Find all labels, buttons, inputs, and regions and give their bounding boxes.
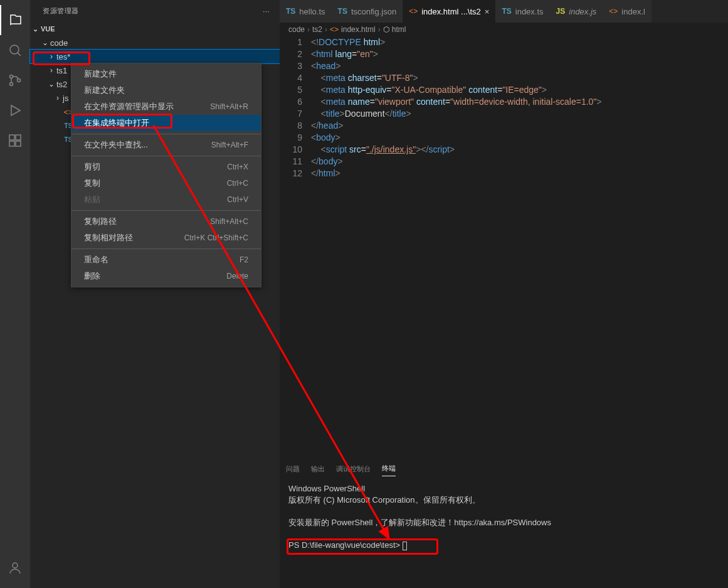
menu-item-label: 复制相对路径 (84, 232, 133, 243)
menu-item[interactable]: 复制路径Shift+Alt+C (71, 213, 261, 230)
menu-item-label: 粘贴 (84, 194, 100, 205)
svg-line-1 (18, 53, 21, 56)
editor-tab[interactable]: TShello.ts (280, 0, 332, 23)
breadcrumb-item[interactable]: <>index.html (330, 25, 376, 34)
terminal-line: 安装最新的 PowerShell，了解新功能和改进！https://aka.ms… (288, 517, 719, 528)
menu-item[interactable]: 复制相对路径Ctrl+K Ctrl+Shift+C (71, 230, 261, 246)
editor-tab[interactable]: JSindex.js (550, 0, 603, 23)
menu-item-label: 在集成终端中打开 (84, 117, 149, 129)
tab-label: index.html ...\ts2 (421, 7, 481, 16)
tab-label: index.l (621, 7, 645, 16)
editor-tab[interactable]: TStsconfig.json (332, 0, 403, 23)
extensions-icon[interactable] (0, 126, 30, 156)
menu-item-label: 新建文件夹 (84, 85, 125, 96)
tree-item[interactable]: ›tes* (30, 50, 280, 63)
project-header[interactable]: ⌄ VUE (30, 22, 280, 36)
menu-item[interactable]: 在集成终端中打开 (71, 115, 261, 131)
terminal-line: PS D:\file-wang\vue\code\test> (288, 540, 719, 551)
editor-tab[interactable]: <>index.html ...\ts2× (403, 0, 495, 23)
menu-separator (71, 249, 261, 249)
close-icon[interactable]: × (485, 7, 490, 16)
tree-item-label: ts2 (56, 80, 67, 89)
html-file-icon: <> (609, 7, 618, 16)
terminal-panel: 问题输出调试控制台终端 Windows PowerShell版权所有 (C) M… (280, 459, 728, 588)
terminal-content[interactable]: Windows PowerShell版权所有 (C) Microsoft Cor… (280, 478, 728, 556)
svg-point-4 (18, 79, 21, 82)
panel-tab[interactable]: 终端 (382, 461, 396, 476)
terminal-line (288, 528, 719, 540)
project-name: VUE (41, 25, 55, 33)
source-control-icon[interactable] (0, 65, 30, 95)
menu-item-label: 在文件夹中查找... (84, 139, 148, 151)
svg-rect-6 (9, 135, 14, 140)
svg-rect-9 (16, 141, 21, 146)
breadcrumbs[interactable]: code›ts2›<>index.html›⬡html (280, 23, 728, 36)
tree-item-label: js (63, 94, 68, 103)
menu-item-label: 重命名 (84, 254, 108, 265)
panel-tab[interactable]: 调试控制台 (336, 462, 371, 476)
terminal-line (288, 506, 719, 517)
svg-marker-5 (11, 105, 20, 115)
tree-item-label: code (50, 38, 68, 48)
panel-tabs: 问题输出调试控制台终端 (280, 459, 728, 478)
svg-point-0 (10, 45, 19, 54)
code-content[interactable]: <!DOCTYPE html><html lang="en"><head> <m… (311, 36, 602, 179)
chevron-down-icon: ⌄ (33, 25, 38, 33)
breadcrumb-item[interactable]: ts2 (312, 25, 322, 34)
svg-point-3 (10, 83, 13, 86)
search-icon[interactable] (0, 35, 30, 65)
menu-shortcut: Shift+Alt+C (210, 217, 248, 226)
menu-item-label: 复制 (84, 178, 100, 189)
menu-shortcut: Shift+Alt+F (211, 141, 248, 149)
panel-tab[interactable]: 输出 (311, 462, 325, 476)
menu-shortcut: Ctrl+C (227, 179, 248, 188)
menu-item[interactable]: 新建文件夹 (71, 82, 261, 99)
ts-file-icon: TS (502, 7, 511, 16)
menu-separator (71, 156, 261, 156)
tab-label: index.ts (515, 7, 544, 16)
panel-tab[interactable]: 问题 (286, 462, 300, 476)
menu-item-label: 复制路径 (84, 216, 117, 227)
chevron-icon: ⌄ (40, 38, 50, 47)
menu-item[interactable]: 新建文件 (71, 66, 261, 82)
editor-area: TShello.tsTStsconfig.json<>index.html ..… (280, 0, 728, 588)
editor-tab[interactable]: <>index.l (603, 0, 652, 23)
explorer-icon[interactable] (0, 5, 30, 35)
menu-item[interactable]: 剪切Ctrl+X (71, 159, 261, 175)
js-file-icon: JS (556, 7, 566, 16)
menu-item-label: 删除 (84, 270, 100, 282)
menu-shortcut: Ctrl+K Ctrl+Shift+C (184, 233, 248, 242)
sidebar-header: 资源管理器 ··· (30, 0, 280, 22)
svg-rect-7 (16, 135, 21, 140)
menu-item[interactable]: 复制Ctrl+C (71, 175, 261, 191)
code-editor[interactable]: 123456789101112 <!DOCTYPE html><html lan… (280, 36, 728, 179)
element-icon: ⬡ (383, 25, 389, 34)
chevron-icon: › (53, 94, 63, 102)
breadcrumb-item[interactable]: code (288, 25, 305, 34)
menu-separator (71, 210, 261, 211)
breadcrumb-item[interactable]: ⬡html (383, 25, 406, 34)
menu-item-label: 新建文件 (84, 68, 117, 80)
menu-shortcut: Ctrl+X (227, 163, 248, 171)
tree-item[interactable]: ⌄code (30, 36, 280, 50)
tree-item-label: tes* (56, 52, 70, 61)
svg-point-10 (13, 563, 18, 568)
context-menu: 新建文件新建文件夹在文件资源管理器中显示Shift+Alt+R在集成终端中打开在… (71, 63, 261, 287)
breadcrumb-separator: › (307, 25, 310, 34)
menu-item[interactable]: 在文件夹中查找...Shift+Alt+F (71, 137, 261, 153)
tab-label: tsconfig.json (351, 7, 396, 16)
menu-shortcut: Delete (226, 272, 248, 281)
terminal-line: Windows PowerShell (288, 483, 719, 494)
editor-tab[interactable]: TSindex.ts (495, 0, 549, 23)
menu-item[interactable]: 重命名F2 (71, 252, 261, 268)
debug-icon[interactable] (0, 95, 30, 126)
more-icon[interactable]: ··· (263, 8, 270, 15)
menu-separator (71, 134, 261, 134)
tab-label: hello.ts (299, 7, 325, 16)
menu-shortcut: F2 (240, 255, 248, 264)
svg-rect-8 (9, 141, 14, 146)
account-icon[interactable] (0, 553, 30, 583)
menu-item[interactable]: 删除Delete (71, 268, 261, 284)
ts-file-icon: TS (338, 7, 347, 16)
menu-item[interactable]: 在文件资源管理器中显示Shift+Alt+R (71, 99, 261, 115)
